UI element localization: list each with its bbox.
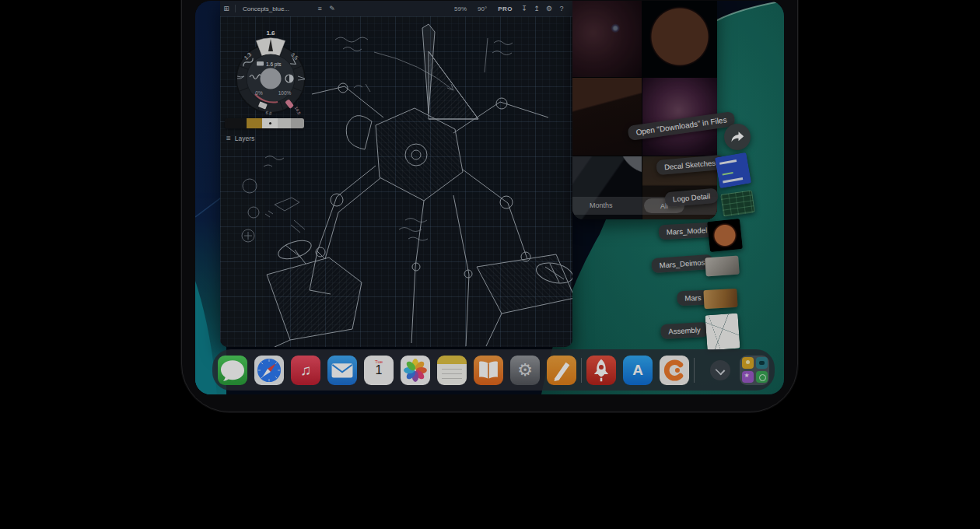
eraser-size-label: 14.5 bbox=[294, 106, 302, 115]
drag-item-label[interactable]: Assembly bbox=[660, 322, 709, 339]
gear-icon: ⚙ bbox=[517, 360, 533, 380]
compass-icon bbox=[254, 356, 284, 385]
music-note-icon: ♫ bbox=[300, 362, 311, 379]
precision-grid-icon[interactable] bbox=[300, 5, 307, 12]
color-palette-strip bbox=[225, 118, 304, 128]
stroke-width-value: 1.6 pts bbox=[266, 61, 282, 68]
forward-arrow-icon bbox=[730, 131, 744, 143]
drag-thumb-logo-detail[interactable] bbox=[720, 190, 755, 216]
pro-badge[interactable]: PRO bbox=[498, 5, 513, 12]
tool-wheel[interactable]: 1.6 1.3 3.5 bbox=[228, 28, 313, 121]
calendar-day: 1 bbox=[364, 364, 394, 376]
app-library-mini-star bbox=[742, 371, 754, 383]
titlebar-divider bbox=[235, 5, 236, 12]
dock: ♫ Tue 1 bbox=[212, 349, 775, 391]
envelope-icon bbox=[327, 356, 357, 385]
orange-c-icon bbox=[660, 356, 689, 385]
drag-thumb-mars-deimos[interactable] bbox=[705, 256, 740, 277]
import-icon[interactable]: ↧ bbox=[518, 5, 530, 12]
app-library-mini-camera bbox=[756, 357, 768, 369]
notes-app-icon[interactable] bbox=[437, 356, 467, 385]
rocket-icon bbox=[586, 356, 616, 385]
drag-thumb-mars[interactable] bbox=[703, 289, 737, 309]
dock-divider bbox=[694, 358, 695, 383]
concepts-titlebar: ⊞ Concepts_blue... ≡ ✎ 59% 90° PRO ↧ ↥ ⚙… bbox=[220, 1, 572, 16]
segment-months[interactable]: Months bbox=[590, 201, 613, 209]
ipad-device-frame: ⊞ Concepts_blue... ≡ ✎ 59% 90° PRO ↧ ↥ ⚙… bbox=[181, 0, 798, 412]
concepts-app-icon[interactable] bbox=[660, 356, 689, 385]
settings-icon[interactable]: ⚙ bbox=[543, 5, 555, 12]
help-icon[interactable]: ? bbox=[555, 5, 568, 12]
app-library-icon[interactable] bbox=[740, 356, 769, 385]
open-book-icon bbox=[474, 356, 503, 385]
safari-app-icon[interactable] bbox=[254, 356, 284, 385]
swatch-gold[interactable] bbox=[247, 118, 262, 128]
pen-mode-icon[interactable]: ✎ bbox=[326, 5, 338, 12]
swatch-gray[interactable] bbox=[291, 118, 304, 128]
books-app-icon[interactable] bbox=[474, 356, 503, 385]
document-title[interactable]: Concepts_blue... bbox=[243, 5, 289, 12]
layers-label: Layers bbox=[235, 135, 255, 142]
share-forward-button[interactable] bbox=[724, 124, 751, 150]
drag-thumb-assembly[interactable] bbox=[705, 314, 740, 351]
drag-thumb-decal-sketches[interactable] bbox=[715, 152, 751, 189]
messages-app-icon[interactable] bbox=[218, 356, 247, 385]
app-library-mini-clock bbox=[756, 371, 768, 383]
pen-icon bbox=[547, 356, 576, 385]
wheel-center-knob[interactable] bbox=[261, 68, 282, 89]
drawing-canvas[interactable]: 1.6 1.3 3.5 bbox=[220, 16, 572, 347]
speech-bubble-icon bbox=[218, 356, 247, 385]
photos-app-icon[interactable] bbox=[401, 356, 430, 385]
rocket-app-icon[interactable] bbox=[586, 356, 616, 385]
app-store-a-icon: A bbox=[632, 362, 643, 379]
swatch-lightgray[interactable] bbox=[278, 118, 291, 128]
calendar-app-icon[interactable]: Tue 1 bbox=[364, 356, 394, 385]
chevron-down-button[interactable] bbox=[710, 360, 730, 380]
photos-app-window: Months All bbox=[572, 1, 717, 219]
opacity-max-label: 100% bbox=[278, 90, 292, 96]
export-icon[interactable]: ↥ bbox=[530, 5, 543, 12]
stroke-menu-icon[interactable]: ≡ bbox=[313, 5, 326, 12]
page: ⊞ Concepts_blue... ≡ ✎ 59% 90° PRO ↧ ↥ ⚙… bbox=[0, 0, 980, 529]
layers-menu-icon: ≡ bbox=[226, 134, 231, 142]
active-size-label: 1.6 bbox=[266, 30, 275, 37]
concepts-app-window: ⊞ Concepts_blue... ≡ ✎ 59% 90° PRO ↧ ↥ ⚙… bbox=[220, 1, 572, 347]
app-library-mini-yellow bbox=[742, 357, 754, 369]
mail-app-icon[interactable] bbox=[327, 356, 357, 385]
settings-app-icon[interactable]: ⚙ bbox=[510, 356, 540, 385]
flower-icon bbox=[401, 356, 430, 385]
swatch-white-selected[interactable] bbox=[262, 118, 278, 128]
opacity-min-label: 0% bbox=[255, 90, 263, 96]
layers-button[interactable]: ≡ Layers bbox=[226, 134, 254, 142]
music-app-icon[interactable]: ♫ bbox=[291, 356, 320, 385]
bottom-size-label: 6.8 bbox=[265, 110, 272, 115]
pages-app-icon[interactable] bbox=[547, 356, 576, 385]
drag-dim-overlay bbox=[572, 1, 717, 219]
zoom-level[interactable]: 59% bbox=[454, 5, 467, 12]
ipad-screen: ⊞ Concepts_blue... ≡ ✎ 59% 90° PRO ↧ ↥ ⚙… bbox=[195, 1, 784, 394]
app-grid-icon[interactable]: ⊞ bbox=[220, 5, 233, 12]
dock-divider bbox=[581, 358, 582, 383]
app-store-icon[interactable]: A bbox=[623, 356, 653, 385]
drag-thumb-mars-model[interactable] bbox=[707, 219, 743, 252]
swatch-dark[interactable] bbox=[225, 118, 247, 128]
canvas-rotation[interactable]: 90° bbox=[478, 5, 487, 12]
